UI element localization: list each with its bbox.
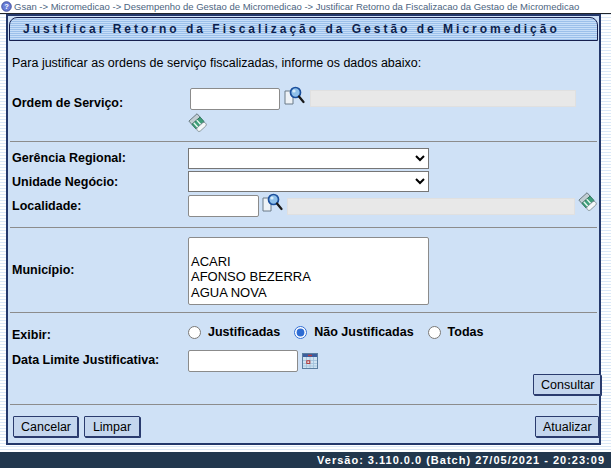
consultar-button[interactable]: Consultar bbox=[533, 374, 601, 395]
exibir-radio[interactable] bbox=[188, 326, 201, 339]
breadcrumb-text: Gsan -> Micromedicao -> Desempenho de Ge… bbox=[14, 1, 579, 12]
cancelar-button[interactable]: Cancelar bbox=[13, 416, 78, 437]
limpar-button[interactable]: Limpar bbox=[84, 416, 140, 437]
svg-text:?: ? bbox=[4, 2, 9, 11]
search-icon[interactable] bbox=[283, 85, 305, 107]
unidade-negocio-select[interactable] bbox=[188, 171, 429, 192]
data-limite-label: Data Limite Justificativa: bbox=[12, 353, 159, 367]
page-title: Justificar Retorno da Fiscalização da Ge… bbox=[9, 17, 598, 41]
exibir-option-label[interactable]: Não Justificadas bbox=[314, 325, 413, 339]
breadcrumb: ? Gsan -> Micromedicao -> Desempenho de … bbox=[0, 0, 611, 14]
ordem-servico-label: Ordem de Serviço: bbox=[12, 96, 123, 110]
ordem-servico-description-field bbox=[310, 90, 576, 107]
ordem-servico-input[interactable] bbox=[190, 88, 280, 110]
data-limite-input[interactable] bbox=[188, 350, 298, 372]
separator bbox=[10, 312, 597, 313]
localidade-input[interactable] bbox=[188, 195, 259, 217]
search-icon[interactable] bbox=[261, 192, 283, 214]
atualizar-button[interactable]: Atualizar bbox=[535, 416, 599, 437]
intro-text: Para justificar as ordens de serviço fis… bbox=[12, 56, 421, 70]
exibir-radio[interactable] bbox=[428, 326, 441, 339]
localidade-label: Localidade: bbox=[12, 199, 81, 213]
unidade-negocio-label: Unidade Negócio: bbox=[12, 175, 118, 189]
main-panel: Justificar Retorno da Fiscalização da Ge… bbox=[6, 14, 601, 445]
municipio-listbox[interactable]: ACARIAFONSO BEZERRAAGUA NOVA bbox=[188, 237, 429, 305]
exibir-option-label[interactable]: Todas bbox=[448, 325, 484, 339]
exibir-option-label[interactable]: Justificadas bbox=[208, 325, 280, 339]
exibir-label: Exibir: bbox=[12, 328, 51, 342]
gerencia-regional-select[interactable] bbox=[188, 148, 429, 169]
eraser-icon[interactable] bbox=[578, 192, 599, 213]
exibir-radio[interactable] bbox=[294, 326, 307, 339]
help-icon[interactable]: ? bbox=[1, 1, 12, 12]
version-bar: Versão: 3.110.0.0 (Batch) 27/05/2021 - 2… bbox=[0, 452, 611, 468]
localidade-description-field bbox=[287, 198, 575, 215]
gerencia-regional-label: Gerência Regional: bbox=[12, 151, 126, 165]
eraser-icon[interactable] bbox=[188, 113, 209, 134]
municipio-label: Município: bbox=[12, 263, 75, 277]
exibir-radio-group: Justificadas Não Justificadas Todas bbox=[188, 325, 493, 339]
version-text: Versão: 3.110.0.0 (Batch) 27/05/2021 - 2… bbox=[317, 454, 605, 466]
separator bbox=[10, 404, 597, 405]
separator bbox=[10, 141, 597, 142]
separator bbox=[10, 227, 597, 228]
calendar-icon[interactable] bbox=[302, 353, 318, 369]
